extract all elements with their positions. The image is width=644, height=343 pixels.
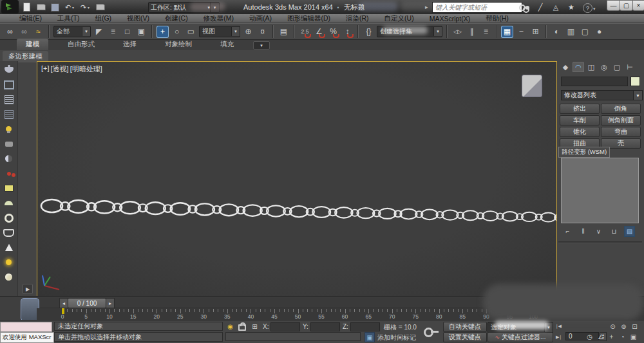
search-binoculars-icon[interactable] [519, 3, 531, 12]
modifier-button-1-0[interactable]: 车削 [560, 115, 600, 125]
plane-icon[interactable] [1, 181, 17, 195]
pin-stack-icon[interactable]: ⌐ [562, 226, 573, 237]
cone-icon[interactable] [1, 241, 17, 254]
communication-center-icon[interactable]: ╱ [535, 3, 546, 12]
fov-icon[interactable]: ∠ [596, 332, 605, 341]
edit-selection-sets-icon[interactable]: {} [363, 26, 375, 38]
ribbon-tab-3[interactable]: 对象绘制 [156, 39, 201, 50]
ribbon-toggle-icon[interactable]: ▦ [501, 26, 513, 38]
path-deform-wsm-button[interactable]: 路径变形 (WSM) [558, 147, 610, 158]
tab-hierarchy[interactable]: ◫ [585, 62, 597, 72]
expand-toolbar-button[interactable]: ▶ [23, 284, 33, 294]
select-and-manipulate-icon[interactable]: ¤ [256, 26, 269, 38]
modifier-button-2-1[interactable]: 弯曲 [601, 127, 641, 137]
select-by-name-icon[interactable]: ≡ [107, 26, 119, 38]
tab-motion[interactable]: ◎ [598, 62, 610, 72]
modifier-button-2-0[interactable]: 锥化 [560, 127, 600, 137]
zoom-extents-icon[interactable]: ⊡ [630, 322, 639, 331]
menu-item-1[interactable]: 工具(T) [57, 14, 79, 23]
z-coordinate-field[interactable] [350, 322, 380, 331]
redo-dropdown-icon[interactable]: ▾ [88, 5, 92, 10]
curve-editor-icon[interactable]: ~ [515, 26, 527, 38]
dome-icon[interactable] [1, 196, 17, 210]
render-teapot-icon[interactable] [1, 63, 17, 77]
save-file-icon[interactable] [50, 3, 60, 12]
ring-icon[interactable] [1, 211, 17, 225]
selection-filter-dropdown[interactable]: 全部▾ [53, 26, 91, 37]
perspective-viewport[interactable]: [+] [透视] [明暗处理] [37, 61, 557, 297]
light-icon[interactable] [1, 122, 17, 136]
go-to-start-icon[interactable]: ∣◀ [554, 322, 564, 331]
menu-item-8[interactable]: 渲染(R) [346, 14, 369, 23]
add-time-tag-label[interactable]: 添加时间标记 [377, 333, 416, 342]
render-production-icon[interactable]: ● [593, 26, 605, 38]
menu-item-4[interactable]: 创建(C) [165, 14, 188, 23]
zoom-icon[interactable]: ⊙ [608, 322, 618, 331]
maximize-button[interactable]: ▢ [620, 0, 633, 11]
ribbon-tab-4[interactable]: 填充 [211, 39, 243, 50]
select-and-rotate-icon[interactable]: ○ [171, 26, 183, 38]
percent-snap-icon[interactable]: % [327, 26, 339, 38]
set-key-button[interactable]: 设置关键点 [443, 332, 487, 342]
spinner-snap-icon[interactable]: ↕ [341, 26, 354, 38]
menu-item-3[interactable]: 视图(V) [127, 14, 149, 23]
select-and-scale-icon[interactable]: ▭ [185, 26, 197, 38]
ribbon-tab-1[interactable]: 自由形式 [59, 39, 104, 50]
reference-coordinate-dropdown[interactable]: 视图▾ [199, 26, 240, 37]
y-coordinate-field[interactable] [310, 322, 340, 331]
sphere-icon[interactable] [1, 270, 17, 284]
object-name-field[interactable] [561, 77, 628, 86]
tab-utilities[interactable]: ⊢ [624, 62, 636, 72]
rectangular-region-icon[interactable]: □ [121, 26, 133, 38]
ribbon-minimize-icon[interactable]: ▾ [253, 41, 270, 50]
search-input[interactable] [432, 2, 522, 13]
help-icon[interactable]: ? [583, 3, 592, 13]
favorites-star-icon[interactable]: ★ [565, 3, 577, 12]
pan-icon[interactable]: + [607, 332, 616, 341]
maximize-viewport-icon[interactable]: ▣ [629, 332, 638, 341]
selection-lock-icon[interactable] [238, 322, 246, 331]
cameras-icon[interactable] [1, 167, 17, 180]
search-expand-icon[interactable]: ▸ [425, 4, 428, 10]
render-setup-icon[interactable]: ▥ [565, 26, 577, 38]
make-unique-icon[interactable]: ∨ [593, 226, 604, 237]
select-object-icon[interactable]: ◤ [93, 26, 105, 38]
use-pivot-center-icon[interactable]: ⊕ [242, 26, 254, 38]
add-time-tag-icon[interactable]: ▣ [365, 332, 375, 342]
named-selection-sets-dropdown[interactable]: 创建选择集▾ [377, 26, 442, 37]
show-end-result-icon[interactable]: ‖ [578, 226, 589, 237]
ribbon-tab-0[interactable]: 建模 [17, 39, 48, 50]
modifier-button-1-1[interactable]: 倒角剖面 [601, 115, 641, 125]
object-color-swatch[interactable] [630, 77, 640, 86]
snap-toggle-icon[interactable]: 2.5 [299, 26, 311, 38]
undo-dropdown-icon[interactable]: ▾ [72, 5, 77, 10]
tab-display[interactable]: ▢ [611, 62, 623, 72]
sun-icon[interactable] [1, 255, 17, 269]
shading-icon[interactable] [1, 152, 17, 165]
next-frame-button[interactable]: ▸ [106, 298, 115, 308]
autodesk360-icon[interactable]: ◬ [550, 3, 562, 12]
modifier-stack-list[interactable] [561, 158, 639, 223]
close-button[interactable]: × [632, 0, 644, 11]
open-file-icon[interactable] [36, 3, 46, 12]
bind-to-space-warp-icon[interactable]: ≈ [32, 26, 44, 38]
next-frame-icon[interactable]: ▶∣ [554, 333, 564, 342]
menu-item-7[interactable]: 图形编辑器(D) [287, 14, 330, 23]
menu-item-10[interactable]: MAXScript(X) [430, 15, 471, 23]
maxscript-listener-line[interactable]: 欢迎使用 MAXScr [0, 332, 54, 343]
redo-icon[interactable]: ↷ [79, 3, 88, 12]
unlink-selection-icon[interactable]: ∞ [18, 26, 30, 38]
tab-modify[interactable]: ◠ [573, 62, 584, 72]
menu-item-0[interactable]: 编辑(E) [19, 14, 42, 23]
remove-modifier-icon[interactable]: ⊔ [609, 226, 620, 237]
render-setup-icon[interactable] [1, 93, 17, 106]
configure-modifier-sets-icon[interactable]: ▤ [624, 226, 635, 237]
project-folder-icon[interactable] [95, 3, 105, 12]
menu-item-6[interactable]: 动画(A) [249, 14, 272, 23]
time-config-icon[interactable]: ◷ [585, 332, 594, 341]
select-and-move-icon[interactable]: + [156, 26, 169, 38]
new-file-icon[interactable] [22, 3, 32, 12]
chevron-down-icon[interactable]: ▼ [633, 91, 642, 100]
material-editor-icon[interactable]: ◐ [551, 26, 563, 38]
tab-create[interactable]: ◆ [560, 62, 571, 72]
